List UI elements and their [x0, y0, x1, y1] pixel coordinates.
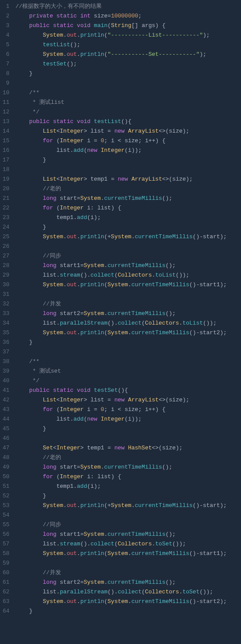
line-number: 22: [3, 203, 10, 213]
line-number: 16: [3, 146, 10, 155]
line-number: 15: [3, 136, 10, 146]
code-line: [16, 165, 241, 175]
code-line: }: [16, 223, 241, 232]
line-number: 53: [3, 501, 10, 510]
code-line: }: [16, 424, 241, 434]
code-line: private static int size=10000000;: [16, 11, 241, 21]
code-line: list.add(new Integer(i));: [16, 146, 241, 155]
line-number: 52: [3, 491, 10, 501]
code-line: [16, 290, 241, 299]
code-line: [16, 434, 241, 443]
code-line: temp1.add(i);: [16, 482, 241, 491]
line-number: 2: [3, 11, 10, 21]
code-line: System.out.println(System.currentTimeMil…: [16, 549, 241, 558]
line-number: 31: [3, 290, 10, 299]
line-number: 56: [3, 530, 10, 539]
code-line: //并发: [16, 299, 241, 309]
code-line: */: [16, 376, 241, 386]
code-line: list.add(new Integer(i));: [16, 414, 241, 424]
code-line: System.out.println(+System.currentTimeMi…: [16, 232, 241, 242]
line-number: 20: [3, 184, 10, 194]
code-line: * 测试set: [16, 367, 241, 376]
line-number: 6: [3, 50, 10, 59]
code-line: //老的: [16, 453, 241, 462]
code-line: public static void testSet(){: [16, 386, 241, 395]
code-content[interactable]: //根据数字的大小，有不同的结果 private static int size…: [13, 0, 241, 618]
line-number: 45: [3, 424, 10, 434]
line-number: 44: [3, 414, 10, 424]
line-number: 38: [3, 357, 10, 367]
line-number: 34: [3, 319, 10, 328]
code-editor: 1234567891011121314151617181920212223242…: [0, 0, 241, 618]
code-line: System.out.println(System.currentTimeMil…: [16, 280, 241, 290]
code-line: //同步: [16, 520, 241, 530]
line-number: 21: [3, 194, 10, 203]
line-number: 27: [3, 251, 10, 261]
line-number: 64: [3, 606, 10, 616]
line-number: 40: [3, 376, 10, 386]
code-line: long start=System.currentTimeMillis();: [16, 194, 241, 203]
code-line: long start2=System.currentTimeMillis();: [16, 309, 241, 319]
code-line: /**: [16, 88, 241, 98]
code-line: }: [16, 606, 241, 616]
line-number: 50: [3, 472, 10, 482]
code-line: List<Integer> list = new ArrayList<>(siz…: [16, 127, 241, 136]
line-number: 14: [3, 127, 10, 136]
line-number: 9: [3, 79, 10, 88]
line-number: 46: [3, 434, 10, 443]
code-line: /**: [16, 357, 241, 367]
line-number: 41: [3, 386, 10, 395]
code-line: System.out.println(System.currentTimeMil…: [16, 328, 241, 338]
line-number: 47: [3, 443, 10, 453]
line-number: 42: [3, 395, 10, 405]
line-number: 63: [3, 597, 10, 606]
code-line: //老的: [16, 184, 241, 194]
line-number: 8: [3, 69, 10, 79]
code-line: System.out.println("-----------Set------…: [16, 50, 241, 59]
line-number: 32: [3, 299, 10, 309]
line-number: 51: [3, 482, 10, 491]
line-number: 36: [3, 338, 10, 347]
line-number: 10: [3, 88, 10, 98]
code-line: }: [16, 491, 241, 501]
line-number: 55: [3, 520, 10, 530]
code-line: public static void testList(){: [16, 117, 241, 127]
code-line: System.out.println("-----------List-----…: [16, 31, 241, 40]
line-number: 54: [3, 510, 10, 520]
line-number: 61: [3, 578, 10, 587]
line-number: 12: [3, 107, 10, 117]
line-number: 7: [3, 59, 10, 69]
code-line: for (Integer i: list) {: [16, 472, 241, 482]
code-line: for (Integer i: list) {: [16, 203, 241, 213]
code-line: long start=System.currentTimeMillis();: [16, 462, 241, 472]
code-line: }: [16, 155, 241, 165]
code-line: //根据数字的大小，有不同的结果: [16, 2, 241, 11]
code-line: long start1=System.currentTimeMillis();: [16, 530, 241, 539]
code-line: for (Integer i = 0; i < size; i++) {: [16, 136, 241, 146]
line-number: 13: [3, 117, 10, 127]
code-line: temp1.add(i);: [16, 213, 241, 223]
line-number: 35: [3, 328, 10, 338]
code-line: List<Integer> list = new ArrayList<>(siz…: [16, 395, 241, 405]
code-line: * 测试list: [16, 98, 241, 107]
code-line: list.stream().collect(Collectors.toSet()…: [16, 539, 241, 549]
line-number: 43: [3, 405, 10, 414]
line-number: 24: [3, 223, 10, 232]
line-number: 62: [3, 587, 10, 597]
code-line: list.stream().collect(Collectors.toList(…: [16, 271, 241, 280]
line-number: 1: [3, 2, 10, 11]
code-line: [16, 79, 241, 88]
line-number: 4: [3, 31, 10, 40]
code-line: Set<Integer> temp1 = new HashSet<>(size)…: [16, 443, 241, 453]
line-number: 28: [3, 261, 10, 271]
code-line: [16, 347, 241, 357]
code-line: [16, 558, 241, 568]
line-number: 11: [3, 98, 10, 107]
line-number: 29: [3, 271, 10, 280]
line-number: 33: [3, 309, 10, 319]
line-number: 57: [3, 539, 10, 549]
code-line: public static void main(String[] args) {: [16, 21, 241, 31]
code-line: System.out.println(System.currentTimeMil…: [16, 597, 241, 606]
code-line: //同步: [16, 251, 241, 261]
code-line: list.parallelStream().collect(Collectors…: [16, 587, 241, 597]
